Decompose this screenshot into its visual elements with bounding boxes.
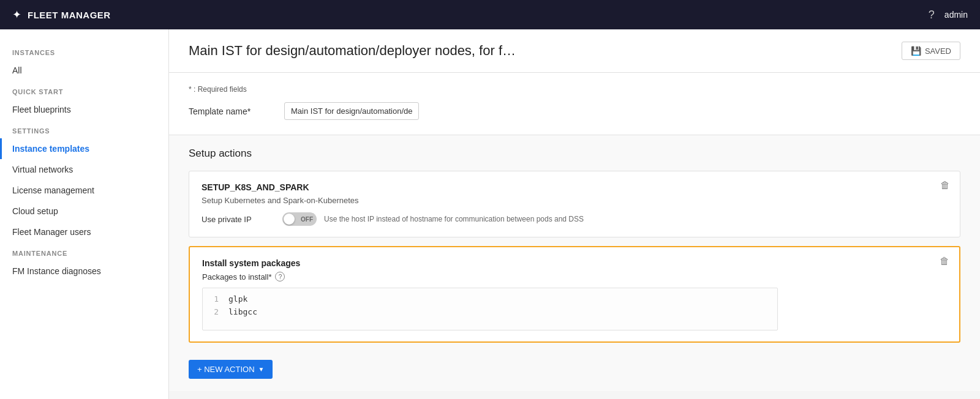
navbar-left: ✦ FLEET MANAGER <box>12 8 111 21</box>
k8s-toggle-row: Use private IP OFF Use the host IP inste… <box>202 212 948 226</box>
saved-label: SAVED <box>925 47 951 56</box>
setup-actions-title: Setup actions <box>189 147 960 160</box>
chevron-down-icon: ▼ <box>258 366 265 373</box>
sidebar-item-cloud-setup[interactable]: Cloud setup <box>0 201 168 222</box>
template-name-label: Template name* <box>189 106 274 116</box>
sidebar-section-quickstart: QUICK START <box>0 81 168 99</box>
new-action-button[interactable]: + NEW ACTION ▼ <box>189 360 273 379</box>
form-area: * : Required fields Template name* <box>169 73 980 135</box>
layout: INSTANCES All QUICK START Fleet blueprin… <box>0 0 980 399</box>
sidebar-item-all[interactable]: All <box>0 60 168 81</box>
line-content-1: glpk <box>228 293 247 306</box>
navbar-logo-icon: ✦ <box>12 8 21 21</box>
navbar-right: ? admin <box>929 9 968 21</box>
sidebar: INSTANCES All QUICK START Fleet blueprin… <box>0 29 169 399</box>
toggle-knob <box>284 214 295 225</box>
saved-icon: 💾 <box>911 46 921 56</box>
k8s-delete-icon[interactable]: 🗑 <box>940 180 950 191</box>
sidebar-section-maintenance: MAINTENANCE <box>0 242 168 261</box>
packages-delete-icon[interactable]: 🗑 <box>940 256 949 267</box>
sidebar-item-license-management[interactable]: License management <box>0 180 168 201</box>
sidebar-item-fm-instance-diagnoses[interactable]: FM Instance diagnoses <box>0 261 168 282</box>
action-card-install-packages: Install system packages Packages to inst… <box>189 246 960 343</box>
sidebar-item-fleet-manager-users[interactable]: Fleet Manager users <box>0 222 168 242</box>
packages-code-area[interactable]: 1 glpk 2 libgcc <box>202 288 778 330</box>
packages-card-title: Install system packages <box>202 258 947 268</box>
template-name-row: Template name* <box>189 102 960 120</box>
sidebar-item-instance-templates[interactable]: Instance templates <box>0 138 168 159</box>
k8s-card-desc: Setup Kubernetes and Spark-on-Kubernetes <box>202 196 948 205</box>
line-content-2: libgcc <box>228 306 257 319</box>
actions-area: Setup actions SETUP_K8S_AND_SPARK Setup … <box>169 135 980 391</box>
code-line-1: 1 glpk <box>209 293 771 306</box>
required-note: * : Required fields <box>189 85 960 94</box>
sidebar-item-virtual-networks[interactable]: Virtual networks <box>0 159 168 180</box>
code-line-2: 2 libgcc <box>209 306 771 319</box>
help-icon[interactable]: ? <box>929 9 935 21</box>
navbar: ✦ FLEET MANAGER ? admin <box>0 0 980 29</box>
line-number-2: 2 <box>209 306 219 319</box>
k8s-card-title: SETUP_K8S_AND_SPARK <box>202 182 948 192</box>
toggle-state-text: OFF <box>301 216 313 223</box>
navbar-title: FLEET MANAGER <box>28 10 111 20</box>
navbar-user: admin <box>944 10 968 20</box>
packages-label-text: Packages to install* <box>202 272 271 282</box>
template-name-input[interactable] <box>284 102 419 120</box>
k8s-toggle-hint: Use the host IP instead of hostname for … <box>324 215 584 223</box>
sidebar-section-settings: SETTINGS <box>0 120 168 138</box>
packages-help-icon[interactable]: ? <box>275 272 285 282</box>
use-private-ip-toggle[interactable]: OFF <box>282 212 317 226</box>
page-header: Main IST for design/automation/deployer … <box>169 29 980 73</box>
sidebar-item-fleet-blueprints[interactable]: Fleet blueprints <box>0 99 168 120</box>
action-card-k8s-spark: SETUP_K8S_AND_SPARK Setup Kubernetes and… <box>189 171 960 237</box>
new-action-label: + NEW ACTION <box>197 365 255 374</box>
saved-button[interactable]: 💾 SAVED <box>902 42 960 60</box>
packages-label: Packages to install* ? <box>202 272 947 282</box>
sidebar-section-instances: INSTANCES <box>0 42 168 60</box>
page-title: Main IST for design/automation/deployer … <box>189 43 516 59</box>
k8s-toggle-label: Use private IP <box>202 215 275 224</box>
line-number-1: 1 <box>209 293 219 306</box>
main-content: Main IST for design/automation/deployer … <box>169 29 980 399</box>
